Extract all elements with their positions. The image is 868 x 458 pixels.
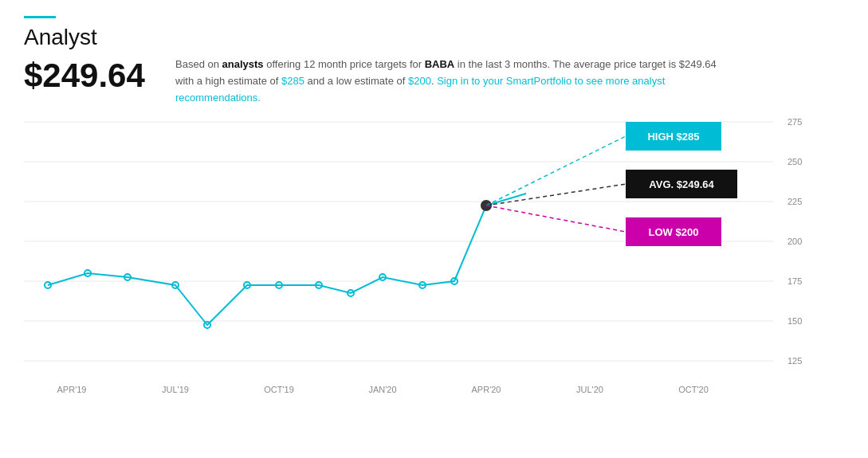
high-estimate-link[interactable]: $285 bbox=[281, 75, 304, 87]
desc-bold1: analysts bbox=[222, 58, 264, 70]
svg-text:JUL'19: JUL'19 bbox=[162, 385, 189, 394]
desc-avg: $249.64 bbox=[679, 58, 717, 70]
svg-text:150: 150 bbox=[787, 316, 802, 326]
main-layout: $249.64 Based on analysts offering 12 mo… bbox=[24, 57, 844, 106]
svg-text:200: 200 bbox=[787, 237, 802, 246]
low-estimate-link[interactable]: $200 bbox=[408, 75, 431, 87]
svg-text:275: 275 bbox=[787, 117, 802, 127]
svg-line-22 bbox=[486, 206, 626, 232]
svg-text:OCT'19: OCT'19 bbox=[264, 385, 294, 394]
svg-text:HIGH $285: HIGH $285 bbox=[647, 131, 699, 143]
desc-mid4: and a low estimate of bbox=[304, 75, 408, 87]
chart-container: APR'19 JUL'19 OCT'19 JAN'20 APR'20 JUL'2… bbox=[24, 114, 844, 417]
desc-mid3: with a high estimate of bbox=[175, 75, 281, 87]
page-container: Analyst $249.64 Based on analysts offeri… bbox=[0, 0, 868, 458]
svg-text:175: 175 bbox=[787, 276, 802, 286]
svg-text:250: 250 bbox=[787, 157, 802, 166]
desc-mid1: offering 12 month price targets for bbox=[264, 58, 425, 70]
svg-text:JUL'20: JUL'20 bbox=[576, 385, 603, 394]
desc-mid2: in the last 3 months. The average price … bbox=[454, 58, 679, 70]
desc-bold2: BABA bbox=[425, 58, 455, 70]
svg-text:OCT'20: OCT'20 bbox=[678, 385, 709, 394]
svg-text:JAN'20: JAN'20 bbox=[368, 385, 396, 394]
svg-text:AVG. $249.64: AVG. $249.64 bbox=[649, 178, 714, 190]
svg-text:125: 125 bbox=[787, 356, 802, 366]
chart-svg: APR'19 JUL'19 OCT'19 JAN'20 APR'20 JUL'2… bbox=[24, 114, 805, 401]
svg-text:LOW $200: LOW $200 bbox=[649, 226, 699, 238]
price-display: $249.64 bbox=[24, 57, 151, 95]
svg-text:APR'19: APR'19 bbox=[57, 385, 87, 394]
description-text: Based on analysts offering 12 month pric… bbox=[175, 57, 717, 106]
svg-text:225: 225 bbox=[787, 197, 802, 206]
accent-bar bbox=[24, 16, 56, 18]
svg-line-20 bbox=[486, 136, 626, 206]
desc-prefix: Based on bbox=[175, 58, 222, 70]
svg-text:APR'20: APR'20 bbox=[472, 385, 501, 394]
page-title: Analyst bbox=[24, 25, 844, 50]
